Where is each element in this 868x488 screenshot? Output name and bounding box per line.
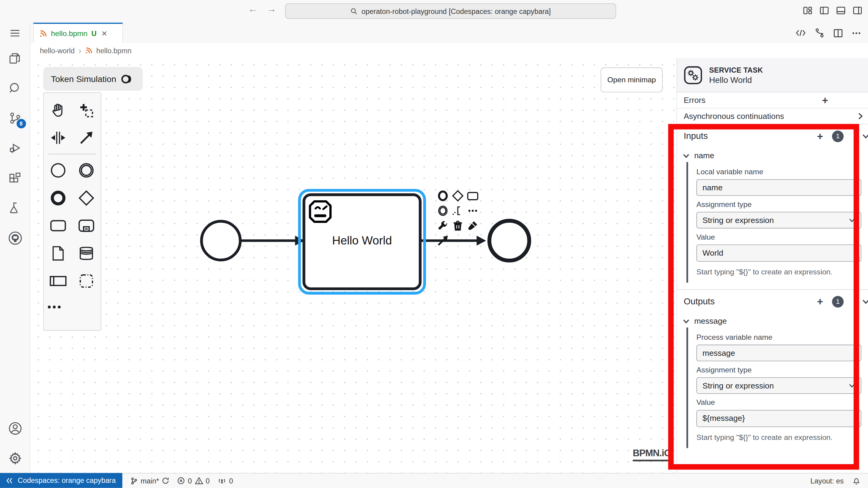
append-task-icon[interactable]: [466, 189, 480, 203]
section-outputs[interactable]: Outputs + 1: [677, 290, 868, 313]
problems-indicator[interactable]: 0 0: [178, 477, 210, 485]
output-value-textarea[interactable]: ${message}: [696, 410, 861, 427]
append-gateway-icon[interactable]: [451, 189, 465, 203]
chevron-down-icon: [682, 318, 690, 324]
menu-hamburger-icon[interactable]: [0, 23, 30, 43]
breadcrumb-folder[interactable]: hello-world: [40, 46, 75, 55]
field-label: Value: [696, 233, 861, 241]
palette-participant[interactable]: [46, 269, 70, 293]
service-task-hello-world[interactable]: Hello World: [304, 195, 420, 289]
input-group-label: name: [694, 151, 714, 160]
add-input-icon[interactable]: +: [817, 131, 823, 141]
split-editor-icon[interactable]: [833, 28, 843, 38]
append-end-event-icon[interactable]: [436, 189, 450, 203]
field-label: Assignment type: [696, 200, 861, 208]
layout-indicator[interactable]: Layout: es: [810, 477, 844, 485]
start-event[interactable]: [202, 221, 240, 260]
palette-connect-tool[interactable]: [74, 126, 98, 150]
notifications-bell-icon[interactable]: [852, 477, 861, 485]
output-group-message[interactable]: message: [677, 313, 868, 328]
service-task-icon: [684, 66, 703, 85]
sequence-flow-1[interactable]: [241, 236, 304, 246]
open-source-icon[interactable]: [795, 28, 806, 37]
palette-task[interactable]: [46, 214, 70, 238]
palette-more-icon[interactable]: [46, 295, 70, 319]
palette-data-store[interactable]: [74, 241, 98, 265]
tab-hello-bpmn[interactable]: hello.bpmn U ×: [33, 23, 123, 43]
palette-subprocess[interactable]: [74, 214, 98, 238]
context-pad-more-icon[interactable]: [466, 204, 480, 218]
palette-intermediate-event[interactable]: [74, 158, 98, 183]
sidebar-item-extensions[interactable]: [0, 163, 30, 193]
more-actions-icon[interactable]: [851, 28, 861, 38]
token-simulation-toggle[interactable]: Token Simulation: [43, 67, 143, 91]
append-intermediate-event-icon[interactable]: [436, 204, 450, 218]
color-brush-icon[interactable]: [466, 219, 480, 233]
open-minimap-button[interactable]: Open minimap: [601, 67, 663, 92]
toggle-panel-icon[interactable]: [836, 5, 846, 15]
remote-indicator[interactable]: Codespaces: orange capybara: [0, 473, 122, 488]
palette-data-object[interactable]: [46, 241, 70, 265]
sidebar-item-search[interactable]: [0, 73, 30, 103]
input-group-name[interactable]: name: [677, 148, 868, 162]
add-output-icon[interactable]: +: [817, 296, 823, 307]
vscode-window: ← → operaton-robot-playground [Codespace…: [0, 0, 868, 488]
wrench-icon[interactable]: [436, 219, 450, 233]
palette-end-event[interactable]: [46, 186, 70, 210]
assignment-type-select[interactable]: String or expression: [696, 212, 861, 228]
trash-icon[interactable]: [451, 219, 465, 233]
end-event[interactable]: [489, 221, 529, 261]
nav-forward-icon[interactable]: →: [267, 4, 276, 15]
section-inputs[interactable]: Inputs + 1: [677, 124, 868, 148]
palette-hand-tool[interactable]: [46, 98, 70, 122]
chevron-down-icon: [862, 298, 868, 305]
add-error-icon[interactable]: +: [822, 95, 828, 106]
settings-gear-icon[interactable]: [0, 443, 30, 473]
customize-layout-icon[interactable]: [803, 5, 813, 15]
branch-indicator[interactable]: main*: [130, 477, 169, 485]
account-icon[interactable]: [0, 413, 30, 443]
command-center-search[interactable]: operaton-robot-playground [Codespaces: o…: [285, 3, 616, 19]
append-text-annotation-icon[interactable]: [451, 204, 465, 218]
sidebar-item-source-control[interactable]: 8: [0, 103, 30, 133]
inputs-label: Inputs: [684, 131, 817, 141]
process-variable-name-input[interactable]: [696, 345, 861, 361]
palette-space-tool[interactable]: [46, 126, 70, 150]
toggle-primary-sidebar-icon[interactable]: [819, 5, 829, 15]
element-name: Hello World: [709, 75, 763, 85]
nav-back-icon[interactable]: ←: [248, 4, 257, 15]
input-value-textarea[interactable]: World: [696, 245, 861, 262]
palette-group[interactable]: [74, 269, 98, 293]
sidebar-item-testing[interactable]: [0, 193, 30, 223]
palette-gateway[interactable]: [74, 186, 98, 210]
bpmn-io-watermark[interactable]: BPMN.iO: [633, 448, 671, 461]
section-errors[interactable]: Errors +: [677, 92, 868, 108]
assignment-type-select[interactable]: String or expression: [696, 377, 861, 394]
local-variable-name-input[interactable]: [696, 179, 861, 196]
sidebar-item-run-debug[interactable]: [0, 133, 30, 163]
section-async-continuations[interactable]: Asynchronous continuations: [677, 108, 868, 124]
connect-tool-icon[interactable]: [436, 234, 450, 248]
title-bar: ← → operaton-robot-playground [Codespace…: [0, 0, 868, 23]
search-icon: [350, 7, 358, 15]
sidebar-item-github[interactable]: [0, 223, 30, 253]
sidebar-item-explorer[interactable]: [0, 43, 30, 73]
palette-start-event[interactable]: [46, 158, 70, 183]
toggle-secondary-sidebar-icon[interactable]: [852, 5, 863, 15]
bpmn-canvas[interactable]: Hello World Token Simulation: [31, 58, 677, 473]
ports-count: 0: [229, 477, 233, 485]
tab-close-icon[interactable]: ×: [101, 29, 107, 38]
panel-header: SERVICE TASK Hello World: [677, 58, 868, 92]
expression-hint: Start typing "${}" to create an expressi…: [696, 433, 835, 443]
extensions-icon: [8, 171, 22, 186]
compare-changes-icon[interactable]: [814, 28, 825, 38]
broadcast-icon: [217, 477, 226, 485]
element-type: SERVICE TASK: [709, 66, 763, 74]
bpmn-diagram: Hello World: [31, 58, 677, 473]
breadcrumb: hello-world › hello.bpmn: [31, 43, 868, 58]
context-pad: [436, 189, 480, 248]
branch-label: main*: [141, 477, 159, 485]
breadcrumb-file[interactable]: hello.bpmn: [96, 46, 131, 55]
ports-indicator[interactable]: 0: [217, 477, 233, 485]
palette-lasso-tool[interactable]: [74, 98, 98, 122]
